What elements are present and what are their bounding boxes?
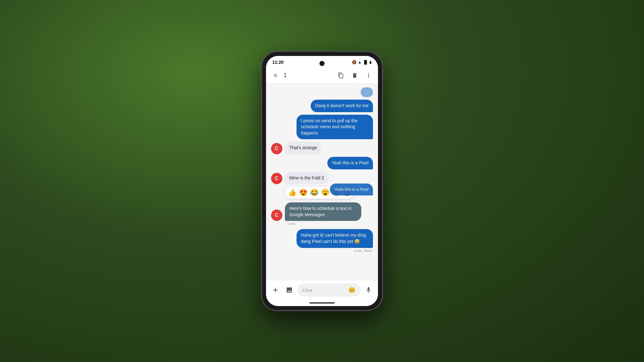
message-row: C Mine is the Fold 2: [271, 172, 373, 184]
message-row: C That's strange: [271, 142, 373, 154]
message-text: Dang it doesn't work for me: [315, 103, 369, 108]
message-text: Haha got it( can't believe my ding dang …: [301, 233, 366, 244]
message-bubble-sent: Yeah this is a Pixel: [327, 157, 373, 169]
action-bar: 1: [266, 67, 378, 84]
avatar: C: [271, 143, 282, 154]
message-text: That's strange: [289, 145, 317, 150]
message-text-partial: Yeah this is a Pixel: [334, 187, 369, 192]
message-text: Mine is the Fold 2: [289, 175, 324, 180]
message-bubble-sent: I press on send to pull up the schedule …: [297, 115, 373, 140]
copy-button[interactable]: [336, 71, 345, 80]
home-bar: [309, 302, 335, 304]
message-bubble-sent: Haha got it( can't believe my ding dang …: [297, 229, 373, 248]
heart-eyes-emoji[interactable]: 😍: [299, 189, 308, 197]
message-text: Here's how to schedule a text in Google …: [289, 206, 352, 217]
message-row: Haha got it( can't believe my ding dang …: [271, 229, 373, 248]
more-options-button[interactable]: [364, 71, 373, 80]
avatar: C: [271, 210, 282, 221]
selection-count: 1: [284, 72, 287, 79]
message-row: C Here's how to schedule a text in Googl…: [271, 202, 373, 221]
camera-hole: [319, 61, 325, 66]
message-with-time: C Here's how to schedule a text in Googl…: [271, 202, 373, 225]
message-row: Dang it doesn't work for me: [271, 100, 373, 112]
emoji-reaction-row: 👍 😍 😂 😮 😢 😡 Yeah this is a Pixel: [285, 187, 373, 199]
volume-icon: 🔕: [352, 60, 357, 65]
home-indicator: [266, 300, 378, 306]
message-input-field[interactable]: Chat 😊: [297, 283, 360, 297]
status-time: 11:20: [272, 60, 284, 65]
message-time-read: 4 min · Read: [271, 249, 373, 252]
phone-screen: 11:20 🔕 ▲ ▐▌ ▮ 1: [266, 56, 378, 306]
signal-icon: ▐▌: [363, 60, 368, 65]
message-bubble-received: Mine is the Fold 2: [285, 172, 329, 184]
battery-icon: ▮: [369, 60, 372, 65]
delete-button[interactable]: [350, 71, 359, 80]
message-bubble-partial: Yeah this is a Pixel: [330, 184, 373, 195]
message-bubble-received: That's strange: [285, 142, 321, 154]
message-text: Yeah this is a Pixel: [332, 160, 369, 165]
attach-button[interactable]: [284, 284, 295, 296]
partial-bubble: ...: [361, 87, 373, 97]
message-with-time-2: Haha got it( can't believe my ding dang …: [271, 229, 373, 252]
message-text: I press on send to pull up the schedule …: [301, 118, 358, 135]
message-row: Yeah this is a Pixel: [271, 157, 373, 169]
phone-container: 11:20 🔕 ▲ ▐▌ ▮ 1: [262, 52, 382, 310]
wifi-icon: ▲: [358, 60, 362, 65]
message-bubble-teal: Here's how to schedule a text in Google …: [285, 202, 361, 221]
message-row: I press on send to pull up the schedule …: [271, 115, 373, 140]
chat-input-area: Chat 😊: [266, 280, 378, 300]
message-bubble-sent: Dang it doesn't work for me: [311, 100, 373, 112]
chat-area[interactable]: ... Dang it doesn't work for me I press …: [266, 84, 378, 280]
action-bar-right: [336, 71, 373, 80]
close-button[interactable]: [271, 71, 280, 80]
surprised-emoji[interactable]: 😮: [321, 189, 330, 197]
thumbs-up-emoji[interactable]: 👍: [288, 189, 297, 197]
action-bar-left: 1: [271, 71, 333, 80]
status-icons: 🔕 ▲ ▐▌ ▮: [352, 60, 372, 65]
laugh-emoji[interactable]: 😂: [310, 189, 319, 197]
avatar: C: [271, 173, 282, 184]
mic-button[interactable]: [363, 284, 374, 296]
message-time: 5 min: [271, 222, 373, 225]
add-button[interactable]: [270, 284, 281, 296]
message-placeholder: Chat: [303, 288, 346, 293]
emoji-picker-button[interactable]: 😊: [348, 287, 355, 293]
